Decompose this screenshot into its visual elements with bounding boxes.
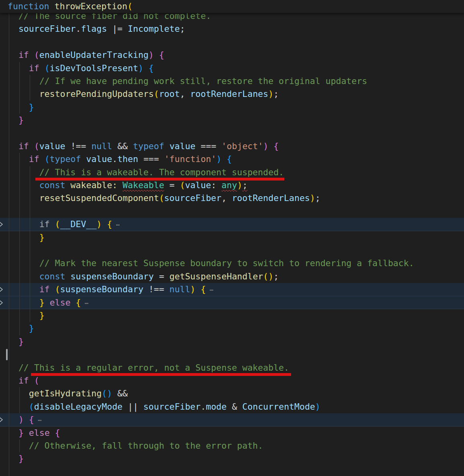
fold-chevron-icon[interactable] — [0, 286, 4, 293]
code-line[interactable]: resetSuspendedComponent(sourceFiber, roo… — [0, 192, 464, 205]
code-line[interactable]: sourceFiber.flags |= Incomplete; — [0, 23, 464, 35]
code-text: // Mark the nearest Suspense boundary to… — [8, 257, 414, 270]
code-line[interactable]: } else { — [0, 427, 464, 439]
code-segment — [144, 284, 149, 294]
code-segment: . — [76, 24, 81, 34]
code-segment: } — [39, 232, 45, 242]
code-editor: // The source fiber did not complete. so… — [0, 0, 464, 476]
code-segment: root — [159, 89, 180, 99]
code-line[interactable]: if (typeof value.then === 'function') { — [0, 153, 464, 166]
code-segment: if — [18, 375, 29, 386]
code-text: } — [8, 309, 45, 322]
code-line[interactable]: // This is a wakeable. The component sus… — [0, 166, 464, 179]
indent-guide — [9, 36, 9, 49]
code-comment: // Otherwise, fall through to the error … — [8, 441, 263, 451]
code-line[interactable]: } — [0, 309, 464, 322]
code-segment — [8, 24, 18, 34]
code-segment: resetSuspendedComponent — [39, 193, 159, 203]
code-segment: } — [18, 115, 24, 125]
code-segment: ( — [55, 219, 60, 229]
code-text: } — [8, 322, 34, 335]
code-segment — [8, 375, 18, 386]
code-segment: ( — [29, 402, 34, 412]
code-segment: getIsHydrating — [29, 388, 102, 398]
code-line[interactable]: if (enableUpdaterTracking) { — [0, 49, 464, 62]
code-line[interactable]: if ( — [0, 374, 464, 387]
code-line[interactable]: getIsHydrating() && — [0, 387, 464, 400]
code-segment — [164, 180, 169, 190]
code-line[interactable] — [0, 36, 464, 49]
code-line[interactable] — [0, 205, 464, 218]
code-segment: ; — [273, 89, 279, 99]
code-segment — [29, 50, 34, 60]
code-line[interactable]: const wakeable: Wakeable = (value: any); — [0, 179, 464, 192]
code-segment: . — [112, 154, 117, 164]
folded-code-line[interactable]: } else { … — [0, 296, 464, 309]
code-segment: ) — [315, 402, 320, 412]
code-line[interactable]: // Otherwise, fall through to the error … — [0, 439, 464, 452]
code-segment: ( — [154, 89, 159, 99]
code-line[interactable] — [0, 348, 464, 361]
code-line[interactable]: } — [0, 114, 464, 127]
code-line[interactable]: const suspenseBoundary = getSuspenseHand… — [0, 270, 464, 283]
code-text: if (typeof value.then === 'function') { — [8, 153, 232, 166]
code-segment: } — [29, 102, 34, 112]
code-line[interactable] — [0, 244, 464, 257]
code-line[interactable]: // If we have pending work still, restor… — [0, 75, 464, 88]
code-segment: , — [180, 89, 190, 99]
indent-guide — [9, 348, 9, 361]
code-line[interactable]: } — [0, 101, 464, 114]
fold-chevron-icon[interactable] — [0, 416, 4, 423]
code-segment — [154, 50, 159, 60]
code-line[interactable]: restorePendingUpdaters(root, rootRenderL… — [0, 88, 464, 101]
sticky-function-header[interactable]: function throwException( — [0, 0, 464, 13]
code-segment — [70, 298, 76, 308]
code-line[interactable]: if (value !== null && typeof value === '… — [0, 140, 464, 153]
code-text: } — [8, 452, 24, 465]
code-text: restorePendingUpdaters(root, rootRenderL… — [8, 88, 279, 101]
code-segment: ) — [190, 284, 195, 294]
folded-code-line[interactable]: if (suspenseBoundary !== null) { … — [0, 283, 464, 296]
code-segment: && — [117, 388, 128, 398]
code-comment: // Mark the nearest Suspense boundary to… — [8, 258, 414, 268]
code-line[interactable]: // Mark the nearest Suspense boundary to… — [0, 257, 464, 270]
code-segment — [237, 402, 242, 412]
code-segment: ) — [149, 50, 154, 60]
code-text: if ( — [8, 374, 39, 387]
code-line[interactable]: // This is a regular error, not a Suspen… — [0, 361, 464, 374]
code-line[interactable]: } — [0, 322, 464, 335]
code-segment: restorePendingUpdaters — [39, 89, 154, 99]
code-area[interactable]: // The source fiber did not complete. so… — [0, 10, 464, 476]
code-segment — [8, 402, 29, 412]
code-segment — [8, 271, 39, 281]
code-text: const suspenseBoundary = getSuspenseHand… — [8, 270, 279, 283]
code-text: resetSuspendedComponent(sourceFiber, roo… — [8, 192, 320, 205]
code-line[interactable]: } — [0, 452, 464, 465]
folded-code-line[interactable]: ) { … — [0, 413, 464, 426]
code-segment: value — [169, 141, 195, 151]
folded-code-line[interactable]: if (__DEV__) { … — [0, 218, 464, 231]
code-comment: // If we have pending work still, restor… — [8, 76, 367, 86]
code-segment: } — [29, 323, 34, 333]
code-line[interactable]: if (isDevToolsPresent) { — [0, 62, 464, 75]
code-segment: ) — [18, 414, 24, 425]
code-segment — [8, 115, 18, 125]
fold-chevron-icon[interactable] — [0, 221, 4, 228]
code-line[interactable]: (disableLegacyMode || sourceFiber.mode &… — [0, 400, 464, 413]
code-line[interactable]: } — [0, 335, 464, 348]
code-segment: rootRenderLanes — [232, 193, 310, 203]
code-segment: ( — [34, 141, 39, 151]
code-text: if (value !== null && typeof value === '… — [8, 140, 279, 153]
code-line[interactable]: } — [0, 231, 464, 244]
code-segment — [112, 141, 117, 151]
code-segment: { — [149, 63, 154, 73]
code-segment: = — [159, 271, 164, 281]
code-segment — [123, 402, 128, 412]
code-segment: ) — [263, 141, 268, 151]
code-line[interactable] — [0, 466, 464, 476]
code-segment: = — [169, 180, 175, 190]
code-segment: ) — [216, 154, 222, 164]
code-line[interactable] — [0, 127, 464, 140]
code-segment — [164, 284, 169, 294]
fold-chevron-icon[interactable] — [0, 300, 4, 306]
